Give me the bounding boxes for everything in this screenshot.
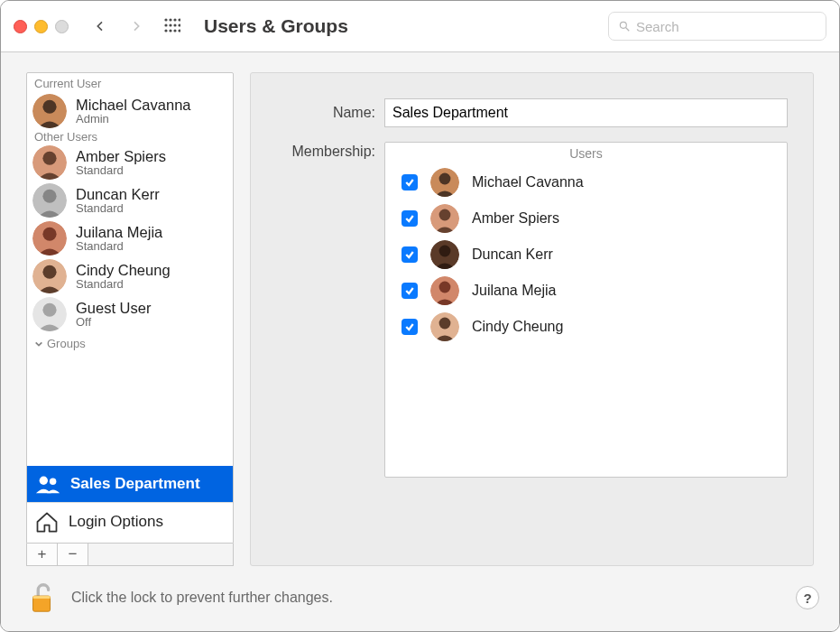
back-button[interactable]	[87, 13, 114, 40]
close-window-button[interactable]	[14, 20, 27, 33]
bottom-bar: Click the lock to prevent further change…	[1, 575, 839, 631]
section-header-current-user: Current User	[27, 73, 233, 90]
user-role: Standard	[76, 278, 171, 291]
avatar	[32, 221, 67, 256]
member-name: Cindy Cheung	[472, 319, 563, 335]
avatar	[430, 240, 459, 269]
sidebar-item-group[interactable]: Sales Department	[27, 466, 233, 502]
user-role: Off	[76, 316, 151, 329]
svg-point-11	[178, 29, 180, 32]
svg-point-6	[173, 23, 176, 26]
member-row[interactable]: Amber Spiers	[385, 200, 787, 237]
user-role: Standard	[76, 240, 162, 253]
sidebar-item-user[interactable]: Amber Spiers Standard	[27, 144, 233, 181]
member-checkbox[interactable]	[402, 210, 418, 227]
avatar	[430, 168, 459, 197]
member-name: Amber Spiers	[472, 210, 559, 227]
group-name: Sales Department	[70, 475, 200, 493]
svg-point-1	[169, 18, 171, 21]
svg-point-4	[164, 23, 167, 26]
zoom-window-button[interactable]	[55, 20, 69, 33]
member-checkbox[interactable]	[402, 283, 418, 299]
member-checkbox[interactable]	[402, 174, 418, 191]
svg-line-13	[626, 28, 630, 32]
users-groups-window: Users & Groups Search Current User	[0, 0, 840, 632]
avatar	[32, 145, 67, 180]
window-controls	[14, 20, 69, 33]
sidebar: Current User Michael Cavanna Admin Other…	[26, 72, 234, 566]
member-row[interactable]: Cindy Cheung	[385, 309, 787, 345]
user-name: Guest User	[76, 300, 151, 316]
svg-point-48	[439, 318, 451, 330]
main-panel: Name: Membership: Users Michael Cavanna	[250, 72, 814, 566]
avatar	[32, 297, 67, 331]
svg-point-9	[169, 29, 171, 32]
body: Current User Michael Cavanna Admin Other…	[1, 52, 839, 631]
svg-point-22	[42, 190, 56, 203]
login-options-label: Login Options	[69, 513, 163, 531]
section-header-groups[interactable]: Groups	[27, 333, 233, 350]
member-checkbox[interactable]	[402, 246, 418, 263]
source-list: Current User Michael Cavanna Admin Other…	[26, 72, 234, 544]
svg-point-2	[173, 18, 176, 21]
avatar	[430, 204, 459, 233]
user-name: Michael Cavanna	[76, 97, 191, 113]
unlocked-lock-icon[interactable]	[26, 581, 59, 615]
avatar	[32, 259, 67, 293]
membership-label: Membership:	[276, 144, 375, 160]
member-name: Juilana Mejia	[472, 283, 556, 299]
svg-point-28	[42, 265, 56, 279]
user-role: Standard	[76, 164, 166, 177]
svg-point-42	[439, 246, 451, 257]
house-icon	[34, 510, 60, 534]
svg-point-0	[164, 18, 167, 21]
remove-button[interactable]: −	[58, 544, 88, 565]
svg-point-36	[439, 173, 451, 185]
user-role: Admin	[76, 113, 191, 125]
avatar	[32, 183, 67, 218]
member-row[interactable]: Juilana Mejia	[385, 273, 787, 309]
svg-point-8	[164, 29, 167, 32]
section-header-other-users: Other Users	[27, 126, 233, 144]
member-checkbox[interactable]	[402, 319, 418, 335]
svg-point-3	[178, 18, 180, 21]
user-name: Duncan Kerr	[76, 186, 160, 202]
forward-button[interactable]	[123, 13, 150, 40]
svg-point-10	[173, 29, 176, 32]
search-placeholder: Search	[636, 19, 679, 34]
membership-header: Users	[385, 143, 787, 164]
svg-point-16	[42, 100, 56, 114]
svg-point-39	[439, 209, 451, 221]
svg-point-31	[42, 303, 56, 317]
member-name: Duncan Kerr	[472, 246, 553, 263]
add-button[interactable]: +	[27, 544, 58, 565]
search-icon	[618, 20, 631, 33]
member-row[interactable]: Duncan Kerr	[385, 237, 787, 273]
avatar	[430, 312, 459, 341]
search-field[interactable]: Search	[608, 12, 826, 41]
group-name-input[interactable]	[384, 98, 788, 127]
sidebar-item-login-options[interactable]: Login Options	[27, 502, 233, 543]
user-name: Amber Spiers	[76, 148, 166, 164]
user-name: Cindy Cheung	[76, 262, 171, 278]
membership-list: Users Michael Cavanna Amber Spiers Dunca	[384, 142, 788, 478]
svg-point-5	[169, 23, 171, 26]
window-title: Users & Groups	[204, 15, 348, 37]
minimize-window-button[interactable]	[34, 20, 48, 33]
user-role: Standard	[76, 202, 160, 215]
add-remove-bar: + −	[26, 544, 234, 566]
sidebar-item-user[interactable]: Duncan Kerr Standard	[27, 181, 233, 219]
svg-point-19	[42, 152, 56, 165]
member-name: Michael Cavanna	[472, 174, 584, 191]
svg-point-33	[50, 478, 57, 485]
sidebar-item-user[interactable]: Juilana Mejia Standard	[27, 219, 233, 257]
sidebar-item-user[interactable]: Cindy Cheung Standard	[27, 257, 233, 295]
show-all-prefs-button[interactable]	[159, 13, 186, 40]
svg-point-32	[40, 477, 48, 485]
help-button[interactable]: ?	[796, 586, 819, 609]
avatar	[32, 94, 67, 128]
sidebar-item-user[interactable]: Guest User Off	[27, 295, 233, 333]
svg-point-45	[439, 282, 451, 293]
member-row[interactable]: Michael Cavanna	[385, 164, 787, 200]
name-label: Name:	[276, 105, 375, 121]
